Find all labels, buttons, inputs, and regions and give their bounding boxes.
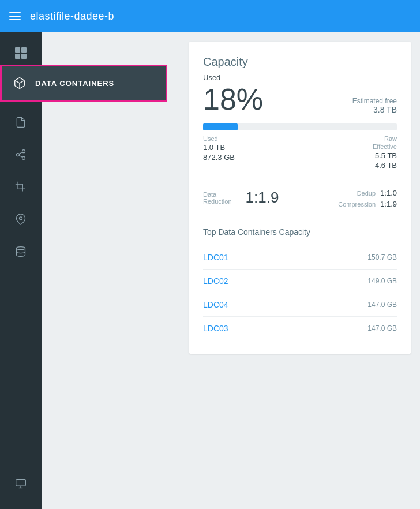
svg-rect-3: [15, 47, 20, 53]
svg-rect-0: [9, 12, 21, 13]
dedup-compression: Dedup 1:1.0 Compression 1:1.9: [338, 189, 397, 208]
estimated-free-label: Estimated free: [352, 97, 397, 105]
list-item: LDC04 147.0 GB: [203, 293, 397, 317]
sidebar-item-monitor[interactable]: [0, 467, 42, 500]
sidebar: DATA CONTAINERS: [0, 32, 42, 509]
container-name[interactable]: LDC02: [203, 276, 228, 286]
svg-point-14: [17, 247, 25, 250]
app-title: elastifile-dadee-b: [30, 10, 114, 23]
used-stat-label: Used: [203, 135, 235, 142]
svg-rect-1: [9, 16, 21, 17]
stats-right: Raw Effective 5.5 TB 4.6 TB: [373, 135, 397, 170]
reduction-section: Data Reduction 1:1.9: [203, 189, 279, 207]
main-layout: DATA CONTAINERS: [0, 32, 420, 509]
estimated-free: Estimated free 3.8 TB: [352, 97, 397, 114]
used-tb-value: 1.0 TB: [203, 143, 235, 152]
svg-rect-6: [21, 54, 27, 59]
container-name[interactable]: LDC01: [203, 253, 228, 262]
containers-list: LDC01 150.7 GB LDC02 149.0 GB LDC04 147.…: [203, 246, 397, 340]
svg-rect-15: [16, 480, 26, 486]
topbar: elastifile-dadee-b: [0, 0, 420, 32]
data-containers-label: DATA CONTAINERS: [35, 79, 114, 88]
svg-line-12: [19, 152, 22, 154]
list-item: LDC01 150.7 GB: [203, 246, 397, 270]
compression-row: Compression 1:1.9: [338, 200, 397, 208]
capacity-main-row: 18% Estimated free 3.8 TB: [203, 84, 397, 114]
list-item: LDC03 147.0 GB: [203, 317, 397, 340]
svg-rect-5: [15, 54, 20, 59]
data-reduction-label2: Reduction: [203, 198, 232, 205]
capacity-raw-label: Raw: [373, 135, 397, 142]
data-reduction-label: Data: [203, 191, 232, 198]
used-label: Used: [203, 73, 397, 82]
sidebar-item-share[interactable]: [0, 106, 42, 139]
svg-point-13: [20, 217, 22, 220]
data-reduction-value: 1:1.9: [246, 189, 279, 207]
svg-line-11: [19, 155, 22, 157]
content-area: Capacity Used 18% Estimated free 3.8 TB …: [42, 32, 420, 509]
capacity-percent: 18%: [203, 84, 263, 114]
capacity-stats-detail: Data Reduction 1:1.9 Dedup 1:1.0 Compres…: [203, 189, 397, 218]
data-containers-nav[interactable]: DATA CONTAINERS: [0, 65, 167, 102]
sidebar-item-database[interactable]: [0, 235, 42, 268]
svg-rect-4: [21, 47, 27, 53]
container-size: 150.7 GB: [367, 253, 397, 261]
sidebar-item-crop[interactable]: [0, 171, 42, 203]
data-containers-icon: [13, 77, 26, 89]
reduction-labels: Data Reduction: [203, 191, 232, 205]
compression-value: 1:1.9: [380, 200, 397, 208]
used-gb-value: 872.3 GB: [203, 153, 235, 162]
container-name[interactable]: LDC04: [203, 300, 228, 309]
capacity-eff-value: 4.6 TB: [373, 161, 397, 170]
dedup-row: Dedup 1:1.0: [338, 189, 397, 197]
dedup-value: 1:1.0: [380, 189, 397, 197]
capacity-tb-value: 5.5 TB: [373, 151, 397, 160]
stats-left: Used 1.0 TB 872.3 GB: [203, 135, 235, 170]
stats-row: Used 1.0 TB 872.3 GB Raw Effective 5.5 T…: [203, 135, 397, 179]
capacity-title: Capacity: [203, 55, 397, 69]
svg-point-9: [17, 154, 20, 156]
capacity-eff-label: Effective: [373, 143, 397, 150]
progress-bar-fill: [203, 123, 238, 130]
menu-icon[interactable]: [9, 10, 21, 22]
estimated-free-value: 3.8 TB: [352, 105, 397, 114]
list-item: LDC02 149.0 GB: [203, 270, 397, 293]
sidebar-item-location[interactable]: [0, 203, 42, 235]
top-containers-title: Top Data Containers Capacity: [203, 227, 397, 237]
container-name[interactable]: LDC03: [203, 324, 228, 333]
svg-point-8: [22, 150, 25, 153]
container-size: 147.0 GB: [367, 324, 397, 332]
dedup-label: Dedup: [357, 190, 376, 197]
sidebar-item-share2[interactable]: [0, 139, 42, 171]
compression-label: Compression: [338, 201, 376, 208]
svg-point-10: [22, 156, 25, 159]
svg-rect-2: [9, 19, 21, 20]
container-size: 147.0 GB: [367, 301, 397, 309]
container-size: 149.0 GB: [367, 277, 397, 285]
progress-bar-bg: [203, 123, 397, 130]
capacity-card: Capacity Used 18% Estimated free 3.8 TB …: [189, 42, 411, 354]
